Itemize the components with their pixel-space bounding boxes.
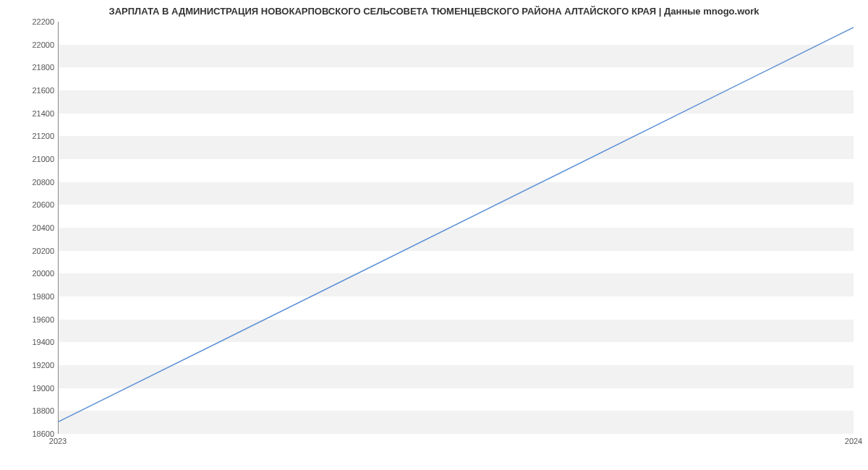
line-series — [59, 22, 854, 433]
x-tick-label: 2024 — [845, 437, 862, 445]
y-tick-label: 19000 — [4, 384, 54, 393]
y-tick-label: 20800 — [4, 178, 54, 187]
y-tick-label: 19400 — [4, 338, 54, 346]
y-tick-label: 20400 — [4, 223, 54, 232]
chart-container: ЗАРПЛАТА В АДМИНИСТРАЦИЯ НОВОКАРПОВСКОГО… — [0, 0, 868, 470]
y-tick-label: 22200 — [4, 17, 54, 26]
y-tick-label: 22000 — [4, 40, 54, 49]
plot-area — [58, 22, 854, 434]
y-tick-label: 20200 — [4, 247, 54, 255]
data-line — [59, 27, 854, 422]
y-tick-label: 19800 — [4, 292, 54, 301]
y-tick-label: 20600 — [4, 200, 54, 209]
y-tick-label: 21000 — [4, 155, 54, 163]
y-tick-label: 18800 — [4, 406, 54, 415]
y-tick-label: 18600 — [4, 430, 54, 438]
y-tick-label: 21600 — [4, 86, 54, 95]
y-tick-label: 19600 — [4, 315, 54, 324]
y-tick-label: 21200 — [4, 132, 54, 140]
y-tick-label: 20000 — [4, 269, 54, 278]
chart-title: ЗАРПЛАТА В АДМИНИСТРАЦИЯ НОВОКАРПОВСКОГО… — [0, 6, 868, 17]
x-tick-label: 2023 — [49, 437, 67, 445]
y-tick-label: 19200 — [4, 361, 54, 369]
y-tick-label: 21800 — [4, 63, 54, 72]
y-tick-label: 21400 — [4, 109, 54, 118]
